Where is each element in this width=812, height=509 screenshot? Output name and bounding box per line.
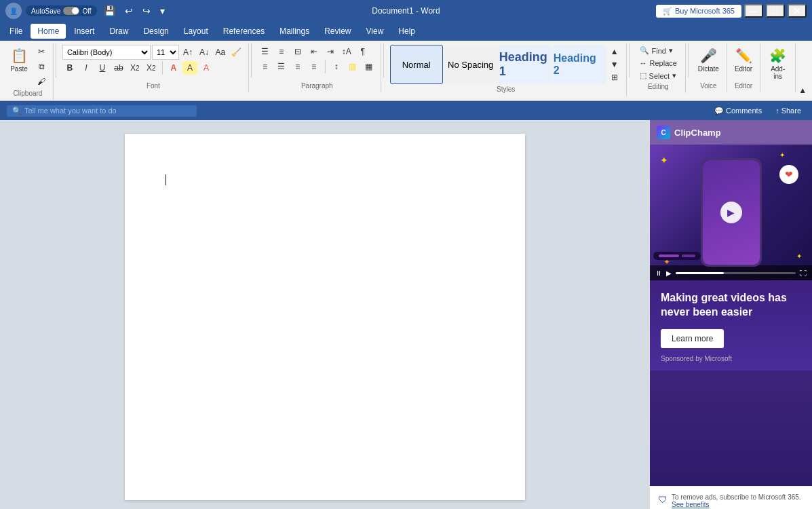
addins-label: Add-ins <box>768 65 788 80</box>
star-4: ✦ <box>796 252 802 260</box>
align-left-button[interactable]: ≡ <box>258 60 273 73</box>
select-button[interactable]: ⬚ Select ▾ <box>636 70 681 81</box>
menu-design[interactable]: Design <box>136 24 175 39</box>
sidebar-header: C ClipChamp <box>650 120 812 145</box>
styles-scroll-down[interactable]: ▼ <box>607 58 622 71</box>
bold-button[interactable]: B <box>62 61 77 75</box>
sidebar: C ClipChamp ✦ ✦ ✦ ✦ ❤ ▶ <box>649 120 812 509</box>
promo-text: Making great videos has never been easie… <box>661 291 801 320</box>
multilevel-button[interactable]: ⊟ <box>290 45 305 58</box>
text-effects-button[interactable]: A <box>166 61 181 75</box>
strikethrough-button[interactable]: ab <box>111 61 126 75</box>
divider-2 <box>251 43 252 77</box>
clipboard-label: Clipboard <box>7 88 49 97</box>
menu-insert[interactable]: Insert <box>67 24 101 39</box>
italic-button[interactable]: I <box>79 61 94 75</box>
font-size-select[interactable]: 11 <box>152 45 179 60</box>
editor-button[interactable]: ✏️ Editor <box>731 45 756 75</box>
borders-button[interactable]: ▦ <box>362 60 376 73</box>
autosave-toggle[interactable] <box>63 7 79 15</box>
styles-scroll-up[interactable]: ▲ <box>607 45 622 58</box>
font-family-select[interactable]: Calibri (Body) <box>62 45 151 60</box>
clipboard-group: 📋 Paste ✂ ⧉ 🖌 Clipboard <box>3 43 54 100</box>
header-right: 💬 Comments ↑ Share <box>710 105 805 117</box>
menu-view[interactable]: View <box>360 24 391 39</box>
close-button[interactable]: ✕ <box>788 4 807 18</box>
comments-button[interactable]: 💬 Comments <box>710 105 766 117</box>
maximize-button[interactable]: □ <box>766 4 785 18</box>
numbering-button[interactable]: ≡ <box>274 45 289 58</box>
decrease-indent-button[interactable]: ⇤ <box>307 45 322 58</box>
underline-button[interactable]: U <box>95 61 110 75</box>
find-button[interactable]: 🔍 Find ▾ <box>636 45 681 56</box>
buy-label: Buy Microsoft 365 <box>675 7 735 15</box>
fullscreen-icon[interactable]: ⛶ <box>800 269 807 277</box>
subscript-button[interactable]: X2 <box>128 61 142 75</box>
document-page[interactable] <box>125 134 525 500</box>
bullets-button[interactable]: ☰ <box>258 45 273 58</box>
highlight-button[interactable]: A <box>182 61 197 75</box>
menu-mailings[interactable]: Mailings <box>273 24 316 39</box>
font-color-button[interactable]: A <box>199 61 214 75</box>
cut-button[interactable]: ✂ <box>34 45 49 58</box>
play-button[interactable]: ▶ <box>720 202 742 223</box>
change-case-button[interactable]: Aa <box>213 45 228 59</box>
line-spacing-button[interactable]: ↕ <box>329 60 344 73</box>
avatar[interactable]: 👤 <box>5 3 22 19</box>
menu-review[interactable]: Review <box>317 24 357 39</box>
style-nospacing-label: No Spacing <box>448 60 493 70</box>
undo-button[interactable]: ↩ <box>122 4 136 18</box>
align-right-button[interactable]: ≡ <box>290 60 305 73</box>
font-group: Calibri (Body) 11 A↑ A↓ Aa 🧹 B I U <box>58 43 249 92</box>
menu-layout[interactable]: Layout <box>177 24 215 39</box>
minimize-button[interactable]: — <box>744 4 763 18</box>
separator: - <box>416 6 421 16</box>
text-cursor <box>166 174 166 185</box>
share-label: Share <box>781 107 801 115</box>
addins-button[interactable]: 🧩 Add-ins <box>765 45 791 83</box>
increase-font-button[interactable]: A↑ <box>180 45 195 59</box>
style-normal[interactable]: Normal <box>390 45 443 84</box>
customize-qa-button[interactable]: ▾ <box>157 4 168 18</box>
collapse-ribbon-button[interactable]: ▲ <box>796 83 809 97</box>
decrease-font-button[interactable]: A↓ <box>197 45 212 59</box>
search-icon: 🔍 <box>12 107 22 115</box>
format-painter-button[interactable]: 🖌 <box>34 75 49 88</box>
learn-more-button[interactable]: Learn more <box>661 329 724 348</box>
style-h1-label: Heading 1 <box>499 50 551 79</box>
style-nospacing[interactable]: No Spacing <box>444 45 497 84</box>
menu-references[interactable]: References <box>216 24 271 39</box>
shading-button[interactable]: ▥ <box>345 60 360 73</box>
increase-indent-button[interactable]: ⇥ <box>323 45 338 58</box>
see-benefits-link[interactable]: See benefits <box>672 501 710 508</box>
buy-microsoft-button[interactable]: 🛒 Buy Microsoft 365 <box>656 5 741 18</box>
copy-button[interactable]: ⧉ <box>34 60 49 73</box>
paste-button[interactable]: 📋 Paste <box>7 45 31 75</box>
styles-more[interactable]: ⊞ <box>607 71 622 84</box>
style-heading1[interactable]: Heading 1 <box>499 45 552 84</box>
find-icon: 🔍 <box>640 46 649 55</box>
menu-help[interactable]: Help <box>391 24 422 39</box>
progress-bar[interactable] <box>676 272 796 274</box>
style-heading2[interactable]: Heading 2 <box>553 45 606 84</box>
justify-button[interactable]: ≡ <box>307 60 322 73</box>
pause-icon[interactable]: ⏸ <box>655 269 662 277</box>
promo-heading2: never been easier <box>661 306 752 318</box>
menu-file[interactable]: File <box>3 24 29 39</box>
document-area[interactable] <box>0 120 649 509</box>
share-button[interactable]: ↑ Share <box>771 105 805 116</box>
menu-draw[interactable]: Draw <box>102 24 135 39</box>
save-button[interactable]: 💾 <box>101 4 118 18</box>
clear-format-button[interactable]: 🧹 <box>229 45 244 59</box>
replace-button[interactable]: ↔ Replace <box>636 58 681 69</box>
dictate-button[interactable]: 🎤 Dictate <box>695 45 722 75</box>
superscript-button[interactable]: X2 <box>144 61 159 75</box>
show-marks-button[interactable]: ¶ <box>355 45 370 58</box>
align-center-button[interactable]: ☰ <box>274 60 289 73</box>
redo-button[interactable]: ↪ <box>140 4 153 18</box>
sort-button[interactable]: ↕A <box>339 45 354 58</box>
search-input[interactable] <box>24 107 174 115</box>
menu-home[interactable]: Home <box>31 24 66 39</box>
play-small-icon[interactable]: ▶ <box>666 269 672 277</box>
promo-video: ✦ ✦ ✦ ✦ ❤ ▶ <box>650 145 812 280</box>
